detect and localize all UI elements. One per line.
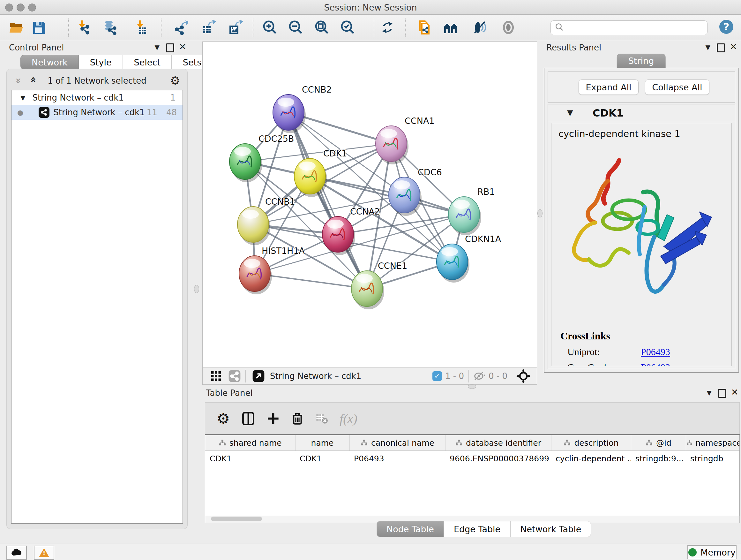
warnings-button[interactable] xyxy=(34,546,54,560)
table-options-gear-icon[interactable]: ⚙ xyxy=(217,410,230,427)
cloud-status-button[interactable] xyxy=(6,546,27,560)
memory-label: Memory xyxy=(700,548,736,557)
network-options-gear-icon[interactable]: ⚙ xyxy=(170,74,180,87)
fit-selected-crosshair-icon[interactable] xyxy=(516,369,530,383)
cell-database-identifier[interactable]: 9606.ENSP00000378699 xyxy=(445,451,551,466)
column-header-namespace[interactable]: namespace xyxy=(686,435,740,451)
cell-canonical-name[interactable]: P06493 xyxy=(349,451,445,466)
network-share-icon xyxy=(39,107,50,118)
cell-name[interactable]: CDK1 xyxy=(295,451,349,466)
refresh-layout-icon[interactable] xyxy=(380,20,395,35)
network-edge[interactable] xyxy=(288,112,367,289)
panel-menu-icon[interactable]: ▼ xyxy=(705,44,711,51)
panel-close-icon[interactable]: ✕ xyxy=(179,42,186,52)
network-node-hist1h1a[interactable]: HIST1H1A xyxy=(239,246,305,294)
delete-column-trash-icon[interactable] xyxy=(291,412,304,425)
clone-network-icon[interactable] xyxy=(417,20,432,35)
column-header-description[interactable]: description xyxy=(551,435,631,451)
function-builder-icon[interactable]: f(x) xyxy=(340,411,357,426)
network-node-cdc6[interactable]: CDC6 xyxy=(389,167,442,216)
hidden-eye-slash-icon[interactable] xyxy=(473,370,485,382)
tab-select[interactable]: Select xyxy=(123,55,172,69)
zoom-selected-icon[interactable] xyxy=(340,20,355,35)
hide-unhide-icon[interactable] xyxy=(472,20,487,35)
toolbar-separator xyxy=(246,370,246,382)
network-node-ccna1[interactable]: CCNA1 xyxy=(376,116,434,165)
birds-eye-view-icon[interactable] xyxy=(252,370,265,382)
import-table-icon[interactable] xyxy=(133,20,149,35)
panel-float-icon[interactable] xyxy=(717,44,725,54)
tab-style[interactable]: Style xyxy=(79,55,123,69)
network-collection-row[interactable]: ▼ String Network – cdk1 1 xyxy=(11,90,183,105)
search-input[interactable] xyxy=(550,20,708,35)
export-table-icon[interactable] xyxy=(200,20,216,35)
network-canvas[interactable]: CCNB2CCNA1CDC25BCDK1CDC6RB1CCNB1CCNA2CDK… xyxy=(203,42,536,367)
collapse-all-button[interactable]: Collapse All xyxy=(645,79,710,95)
create-column-plus-icon[interactable] xyxy=(267,412,280,425)
panel-close-icon[interactable]: ✕ xyxy=(731,387,738,397)
import-network-database-icon[interactable] xyxy=(103,20,118,35)
collection-expand-icon[interactable]: ▼ xyxy=(20,94,25,102)
network-node-rb1[interactable]: RB1 xyxy=(448,187,495,235)
expand-all-button[interactable]: Expand All xyxy=(579,79,638,95)
node-result-header[interactable]: ▼ CDK1 xyxy=(548,105,735,121)
grid-view-icon[interactable] xyxy=(210,370,222,382)
save-session-icon[interactable] xyxy=(31,20,47,35)
scrollbar-thumb[interactable] xyxy=(211,516,262,521)
section-collapse-icon[interactable]: ▼ xyxy=(567,108,573,117)
network-label: String Network – cdk1 xyxy=(53,108,145,117)
column-header-database-identifier[interactable]: database identifier xyxy=(445,435,551,451)
delete-table-icon[interactable] xyxy=(315,412,328,425)
gray-eye-icon[interactable] xyxy=(501,20,516,35)
zoom-in-icon[interactable] xyxy=(262,20,278,35)
column-header-name[interactable]: name xyxy=(295,435,349,451)
window-title: Session: New Session xyxy=(0,3,741,12)
splitter-handle[interactable] xyxy=(537,209,542,217)
memory-button[interactable]: Memory xyxy=(687,545,737,559)
export-image-icon[interactable] xyxy=(227,20,243,35)
main-toolbar: ? xyxy=(0,15,741,40)
network-node-ccnb2[interactable]: CCNB2 xyxy=(273,84,332,133)
show-columns-icon[interactable] xyxy=(241,412,255,426)
toolbar-separator xyxy=(253,18,253,37)
panel-close-icon[interactable]: ✕ xyxy=(730,42,737,52)
column-header-id[interactable]: @id xyxy=(631,435,686,451)
crosslink-link[interactable]: P06493 xyxy=(641,362,670,366)
table-row[interactable]: CDK1 CDK1 P06493 9606.ENSP00000378699 cy… xyxy=(205,451,740,466)
network-node-ccnb1[interactable]: CCNB1 xyxy=(238,197,295,245)
tab-network-table[interactable]: Network Table xyxy=(510,521,591,537)
column-header-canonical-name[interactable]: canonical name xyxy=(349,435,445,451)
crosslink-row: GeneCard: P06493 xyxy=(560,362,732,366)
tab-edge-table[interactable]: Edge Table xyxy=(444,521,510,537)
selected-count-checkbox-icon[interactable]: ✓ xyxy=(432,371,442,381)
panel-float-icon[interactable] xyxy=(718,389,726,400)
zoom-fit-icon[interactable] xyxy=(314,20,330,35)
network-row[interactable]: ● String Network – cdk1 11 48 xyxy=(11,105,183,120)
node-table[interactable]: shared name name canonical name database… xyxy=(205,434,740,517)
open-session-icon[interactable] xyxy=(9,20,24,35)
cell-description[interactable]: cyclin-dependent ... xyxy=(551,451,631,466)
column-header-shared-name[interactable]: shared name xyxy=(205,435,295,451)
tab-network[interactable]: Network xyxy=(20,55,79,69)
panel-float-icon[interactable] xyxy=(166,44,174,54)
zoom-out-icon[interactable] xyxy=(288,20,304,35)
cell-namespace[interactable]: stringdb xyxy=(686,451,740,466)
help-icon[interactable]: ? xyxy=(719,19,734,35)
string-app-icon[interactable] xyxy=(443,20,458,35)
crosslink-link[interactable]: P06493 xyxy=(641,347,670,357)
string-results-body: Expand All Collapse All ▼ CDK1 cyclin-de… xyxy=(544,68,739,373)
tab-node-table[interactable]: Node Table xyxy=(377,521,444,537)
tab-string[interactable]: String xyxy=(617,54,666,68)
network-node-ccne1[interactable]: CCNE1 xyxy=(351,261,407,309)
cell-shared-name[interactable]: CDK1 xyxy=(205,451,295,466)
panel-menu-icon[interactable]: ▼ xyxy=(707,389,712,396)
network-node-ccna2[interactable]: CCNA2 xyxy=(322,206,380,255)
network-view-share-icon[interactable] xyxy=(228,370,241,382)
crosslink-label: GeneCard: xyxy=(567,362,641,366)
splitter-handle[interactable] xyxy=(194,285,199,293)
network-node-cdkn1a[interactable]: CDKN1A xyxy=(436,234,501,283)
import-network-file-icon[interactable] xyxy=(77,20,92,35)
export-network-icon[interactable] xyxy=(173,20,188,35)
cell-id[interactable]: stringdb:9... xyxy=(631,451,686,466)
panel-menu-icon[interactable]: ▼ xyxy=(155,44,159,51)
